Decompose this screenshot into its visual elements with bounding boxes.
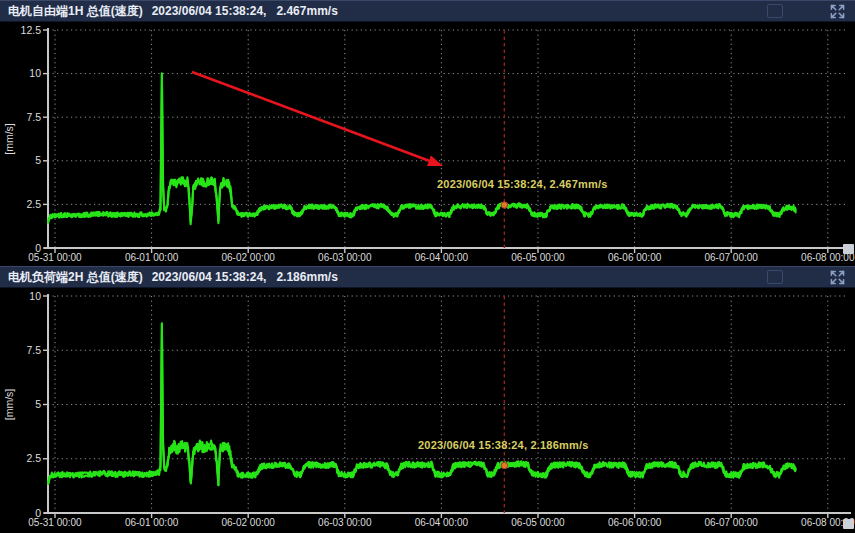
annotation-arrow-head <box>427 156 443 166</box>
chart-area-load-end: 02.557.51005-31 00:0006-01 00:0006-02 00… <box>0 288 855 532</box>
y-tick-label: 10 <box>29 290 41 302</box>
y-axis-unit-label: [mm/s] <box>3 389 15 421</box>
panel-motor-free-end: 电机自由端1H 总值(速度) 2023/06/04 15:38:24, 2.46… <box>0 0 855 266</box>
panel2-resize-grip[interactable] <box>843 519 854 529</box>
chart-canvas-load-end: 02.557.51005-31 00:0006-01 00:0006-02 00… <box>0 288 855 532</box>
cursor-marker <box>501 462 507 468</box>
panel2-cursor-value: 2.186mm/s <box>276 270 337 284</box>
panel2-cursor-time: 2023/06/04 15:38:24, <box>152 270 267 284</box>
x-tick-label: 06-02 00:00 <box>222 252 276 263</box>
window-icon[interactable] <box>767 270 783 284</box>
x-tick-label: 06-05 00:00 <box>511 517 565 528</box>
expand-fullscreen-icon[interactable] <box>830 270 845 285</box>
panel1-titlebar-icons <box>767 4 849 19</box>
y-tick-label: 7.5 <box>26 344 41 356</box>
panel1-titlebar: 电机自由端1H 总值(速度) 2023/06/04 15:38:24, 2.46… <box>0 0 855 22</box>
y-tick-label: 12.5 <box>21 24 42 36</box>
cursor-marker <box>501 202 507 208</box>
panel1-cursor-value: 2.467mm/s <box>276 4 337 18</box>
vibration-trend-app: 电机自由端1H 总值(速度) 2023/06/04 15:38:24, 2.46… <box>0 0 855 533</box>
panel2-titlebar: 电机负荷端2H 总值(速度) 2023/06/04 15:38:24, 2.18… <box>0 266 855 288</box>
y-tick-label: 10 <box>29 67 41 79</box>
window-icon[interactable] <box>767 4 783 18</box>
x-tick-label: 06-03 00:00 <box>318 517 372 528</box>
x-tick-label: 06-07 00:00 <box>705 252 759 263</box>
chart-area-free-end: 02.557.51012.505-31 00:0006-01 00:0006-0… <box>0 22 855 266</box>
panel1-cursor-time: 2023/06/04 15:38:24, <box>152 4 267 18</box>
x-tick-label: 06-01 00:00 <box>125 517 179 528</box>
x-tick-label: 05-31 00:00 <box>28 252 82 263</box>
expand-fullscreen-icon[interactable] <box>830 4 845 19</box>
x-tick-label: 06-01 00:00 <box>125 252 179 263</box>
x-tick-label: 06-06 00:00 <box>608 517 662 528</box>
x-tick-label: 06-05 00:00 <box>511 252 565 263</box>
cursor-annotation-1: 2023/06/04 15:38:24, 2.467mm/s <box>437 178 608 190</box>
x-tick-label: 06-04 00:00 <box>415 252 469 263</box>
x-tick-label: 06-06 00:00 <box>608 252 662 263</box>
y-tick-label: 7.5 <box>26 111 41 123</box>
chart-canvas-free-end: 02.557.51012.505-31 00:0006-01 00:0006-0… <box>0 22 855 266</box>
x-tick-label: 06-04 00:00 <box>415 517 469 528</box>
panel2-point-name: 电机负荷端2H 总值(速度) <box>8 269 143 286</box>
x-tick-label: 06-02 00:00 <box>222 517 276 528</box>
y-tick-label: 2.5 <box>26 452 41 464</box>
y-tick-label: 2.5 <box>26 198 41 210</box>
cursor-annotation-2: 2023/06/04 15:38:24, 2.186mm/s <box>418 439 589 451</box>
panel1-point-name: 电机自由端1H 总值(速度) <box>8 3 143 20</box>
x-tick-label: 06-07 00:00 <box>705 517 759 528</box>
y-tick-label: 5 <box>35 154 41 166</box>
panel2-titlebar-icons <box>767 270 849 285</box>
panel-motor-load-end: 电机负荷端2H 总值(速度) 2023/06/04 15:38:24, 2.18… <box>0 266 855 532</box>
signal-trace <box>48 74 795 223</box>
x-tick-label: 06-03 00:00 <box>318 252 372 263</box>
annotation-arrow-shaft <box>192 72 429 161</box>
x-tick-label: 05-31 00:00 <box>28 517 82 528</box>
y-tick-label: 5 <box>35 398 41 410</box>
panel1-resize-grip[interactable] <box>843 244 854 254</box>
y-axis-unit-label: [mm/s] <box>3 123 15 155</box>
